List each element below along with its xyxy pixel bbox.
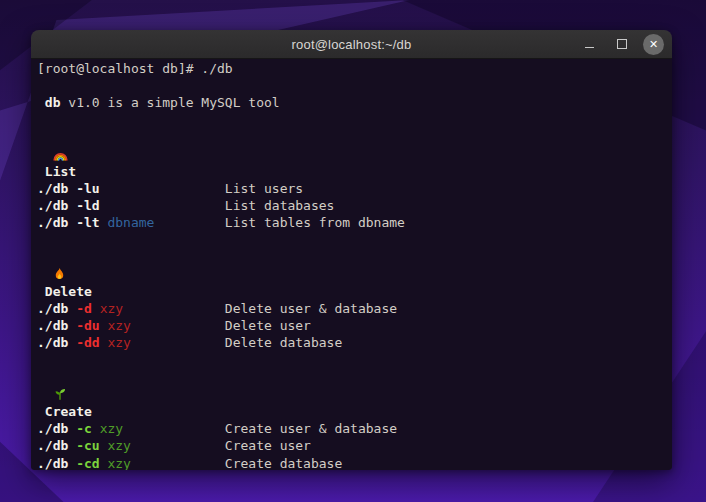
terminal-text-segment: [root@localhost db]# ./db: [37, 61, 233, 76]
terminal-text-segment: List databases: [100, 198, 335, 213]
terminal-line: [37, 111, 668, 128]
terminal-line: List: [37, 129, 668, 180]
terminal-text-segment: -cu: [76, 438, 99, 453]
terminal-line: [37, 352, 668, 369]
terminal-line: Delete: [37, 249, 668, 300]
terminal-text-segment: ./db -ld: [37, 198, 100, 213]
desktop-background: root@localhost:~/db ✕ [root@localhost db…: [0, 0, 706, 502]
terminal-text-segment: xzy: [107, 456, 130, 470]
terminal-text-segment: [37, 164, 45, 179]
terminal-text-segment: xzy: [100, 301, 123, 316]
minimize-icon: [585, 47, 594, 48]
terminal-text-segment: Create user: [131, 438, 311, 453]
terminal-line: ./db -lt dbname List tables from dbname: [37, 214, 668, 231]
minimize-button[interactable]: [579, 34, 600, 55]
terminal-text-segment: ./db: [37, 318, 76, 333]
window-title: root@localhost:~/db: [292, 37, 412, 52]
terminal-line: ./db -dd xzy Delete database: [37, 334, 668, 351]
terminal-text-segment: Delete user: [131, 318, 311, 333]
close-icon: ✕: [649, 39, 658, 50]
terminal-text-segment: -du: [76, 318, 99, 333]
terminal-text-segment: List tables from dbname: [154, 215, 404, 230]
terminal-text-segment: ./db: [37, 421, 76, 436]
titlebar[interactable]: root@localhost:~/db ✕: [31, 30, 672, 59]
terminal-text-segment: Delete: [45, 284, 92, 299]
terminal-text-segment: db: [45, 95, 61, 110]
terminal-text-segment: -cd: [76, 456, 99, 470]
seedling-icon: [53, 387, 69, 401]
fire-icon: [53, 266, 69, 281]
terminal-text-segment: ./db: [37, 301, 76, 316]
terminal-text-segment: -dd: [76, 335, 99, 350]
terminal-line: db v1.0 is a simple MySQL tool: [37, 94, 668, 111]
terminal-text-segment: Create: [45, 404, 92, 419]
terminal-text-segment: Delete user & database: [123, 301, 397, 316]
terminal-text-segment: xzy: [100, 421, 123, 436]
terminal-text-segment: ./db: [37, 335, 76, 350]
terminal-text-segment: Create user & database: [123, 421, 397, 436]
maximize-button[interactable]: [611, 34, 632, 55]
terminal-text-segment: -d: [76, 301, 92, 316]
close-button[interactable]: ✕: [643, 34, 664, 55]
terminal-output[interactable]: [root@localhost db]# ./db db v1.0 is a s…: [31, 59, 672, 470]
terminal-text-segment: [37, 95, 45, 110]
terminal-text-segment: -c: [76, 421, 92, 436]
terminal-line: ./db -d xzy Delete user & database: [37, 300, 668, 317]
terminal-text-segment: Delete database: [131, 335, 342, 350]
terminal-text-segment: xzy: [107, 335, 130, 350]
terminal-text-segment: xzy: [107, 438, 130, 453]
terminal-text-segment: [37, 370, 45, 385]
terminal-text-segment: List: [45, 164, 76, 179]
terminal-line: ./db -c xzy Create user & database: [37, 420, 668, 437]
terminal-text-segment: xzy: [107, 318, 130, 333]
terminal-line: ./db -du xzy Delete user: [37, 317, 668, 334]
terminal-window: root@localhost:~/db ✕ [root@localhost db…: [31, 30, 672, 470]
terminal-line: ./db -cd xzy Create database: [37, 455, 668, 470]
terminal-text-segment: [92, 421, 100, 436]
terminal-line: [root@localhost db]# ./db: [37, 60, 668, 77]
terminal-line: ./db -cu xzy Create user: [37, 437, 668, 454]
terminal-line: [37, 232, 668, 249]
terminal-line: Create: [37, 369, 668, 420]
terminal-text-segment: ./db: [37, 438, 76, 453]
terminal-text-segment: ./db -lt: [37, 215, 100, 230]
terminal-text-segment: [37, 250, 45, 265]
window-controls: ✕: [579, 30, 664, 58]
rainbow-icon: [53, 148, 69, 161]
terminal-text-segment: ./db -lu: [37, 181, 100, 196]
terminal-text-segment: [37, 284, 45, 299]
terminal-line: [37, 77, 668, 94]
terminal-line: ./db -ld List databases: [37, 197, 668, 214]
maximize-icon: [617, 39, 627, 49]
terminal-text-segment: List users: [100, 181, 304, 196]
terminal-text-segment: [37, 130, 45, 145]
terminal-text-segment: Create database: [131, 456, 342, 470]
terminal-line: ./db -lu List users: [37, 180, 668, 197]
terminal-text-segment: [37, 404, 45, 419]
terminal-text-segment: v1.0 is a simple MySQL tool: [60, 95, 279, 110]
terminal-text-segment: [92, 301, 100, 316]
terminal-text-segment: ./db: [37, 456, 76, 470]
terminal-text-segment: dbname: [107, 215, 154, 230]
